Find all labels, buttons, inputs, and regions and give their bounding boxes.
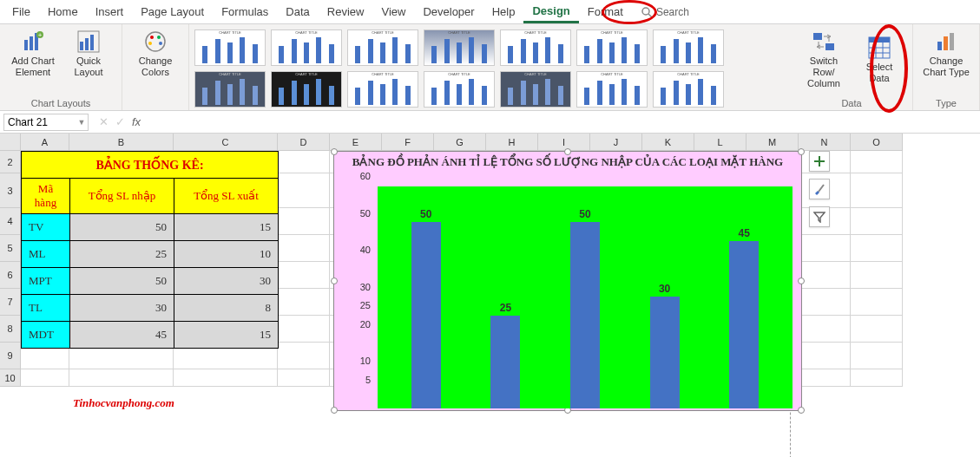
tab-formulas[interactable]: Formulas <box>213 2 277 22</box>
row-header-2[interactable]: 2 <box>0 151 21 173</box>
add-chart-element-button[interactable]: + Add Chart Element <box>7 28 59 80</box>
cell-O9[interactable] <box>851 343 903 369</box>
row-header-8[interactable]: 8 <box>0 316 21 343</box>
chart-style-1[interactable]: CHART TITLE <box>194 29 266 66</box>
tab-home[interactable]: Home <box>39 2 87 22</box>
col-header-H[interactable]: H <box>486 134 538 151</box>
chart-style-4[interactable]: CHART TITLE <box>424 29 495 66</box>
cell-N9[interactable] <box>799 343 851 369</box>
col-header-E[interactable]: E <box>330 134 382 151</box>
chart-bar-MPT[interactable]: 50 <box>568 208 602 408</box>
col-header-N[interactable]: N <box>799 134 851 151</box>
col-header-K[interactable]: K <box>642 134 694 151</box>
chart-bar-MDT[interactable]: 45 <box>727 227 761 409</box>
chart-style-3[interactable]: CHART TITLE <box>347 29 418 66</box>
select-data-button[interactable]: Select Data <box>853 28 905 92</box>
chart-styles-button[interactable] <box>809 179 830 199</box>
cell-D4[interactable] <box>278 208 330 235</box>
tab-review[interactable]: Review <box>319 2 373 22</box>
chart-bar[interactable] <box>490 316 520 409</box>
search[interactable]: Search <box>641 6 689 18</box>
col-header-F[interactable]: F <box>382 134 434 151</box>
row-header-5[interactable]: 5 <box>0 235 21 262</box>
switch-row-column-button[interactable]: Switch Row/ Column <box>798 28 850 92</box>
col-header-A[interactable]: A <box>21 134 69 151</box>
chart-bar[interactable] <box>729 241 759 409</box>
chart-title[interactable]: BẢNG ĐỒ PHẢN ÁNH TỈ LỆ TỔNG SỐ LƯỢNG NHẬ… <box>334 152 801 173</box>
chart-style-2[interactable]: CHART TITLE <box>271 29 342 66</box>
cell-A10[interactable] <box>21 369 69 387</box>
name-box[interactable]: ▼ <box>3 114 89 131</box>
cell-O8[interactable] <box>851 316 903 343</box>
chart-style-11[interactable]: CHART TITLE <box>424 71 495 108</box>
cell-O10[interactable] <box>851 369 903 387</box>
quick-layout-button[interactable]: Quick Layout <box>62 28 115 80</box>
chevron-down-icon[interactable]: ▼ <box>76 118 88 127</box>
tab-data[interactable]: Data <box>277 2 318 22</box>
change-colors-button[interactable]: Change Colors <box>129 28 181 80</box>
col-header-D[interactable]: D <box>278 134 330 151</box>
col-header-I[interactable]: I <box>538 134 590 151</box>
chart-filters-button[interactable] <box>809 206 830 227</box>
row-header-9[interactable]: 9 <box>0 343 21 369</box>
chart-style-12[interactable]: CHART TITLE <box>500 71 571 108</box>
chart-elements-button[interactable] <box>809 151 830 172</box>
row-header-4[interactable]: 4 <box>0 208 21 235</box>
chart-style-6[interactable]: CHART TITLE <box>576 29 648 66</box>
table-row[interactable]: ML2510 <box>22 241 279 268</box>
tab-help[interactable]: Help <box>483 2 524 22</box>
chart-bar-ML[interactable]: 25 <box>488 302 523 409</box>
cell-D6[interactable] <box>278 262 330 289</box>
tab-insert[interactable]: Insert <box>87 2 133 22</box>
tab-file[interactable]: File <box>3 2 39 22</box>
col-header-J[interactable]: J <box>590 134 642 151</box>
select-all-corner[interactable] <box>0 134 21 151</box>
chart-style-7[interactable]: CHART TITLE <box>653 29 724 66</box>
fx-icon[interactable]: fx <box>132 115 141 128</box>
cell-B10[interactable] <box>69 369 174 387</box>
chart-bar-TL[interactable]: 30 <box>648 283 682 408</box>
change-chart-type-button[interactable]: Change Chart Type <box>920 28 972 80</box>
chart-bar[interactable] <box>570 222 600 408</box>
cell-O5[interactable] <box>851 235 903 262</box>
tab-format[interactable]: Format <box>579 2 632 22</box>
cell-D2[interactable] <box>278 151 330 173</box>
col-header-M[interactable]: M <box>747 134 799 151</box>
cell-O4[interactable] <box>851 208 903 235</box>
row-header-10[interactable]: 10 <box>0 369 21 387</box>
name-box-input[interactable] <box>4 116 76 128</box>
table-row[interactable]: MDT4515 <box>22 322 279 349</box>
chart-bar[interactable] <box>411 222 441 408</box>
table-row[interactable]: MPT5030 <box>22 268 279 295</box>
cell-D9[interactable] <box>278 343 330 369</box>
cell-O7[interactable] <box>851 289 903 316</box>
cell-D7[interactable] <box>278 289 330 316</box>
chart-plot-area[interactable]: 5025503045 <box>378 186 793 408</box>
cell-D8[interactable] <box>278 316 330 343</box>
cell-N8[interactable] <box>799 316 851 343</box>
table-row[interactable]: TV5015 <box>22 214 279 241</box>
data-table[interactable]: BẢNG THỐNG KÊ: Mã hàng Tổng SL nhập Tổng… <box>21 151 279 349</box>
cell-N10[interactable] <box>799 369 851 387</box>
cell-O6[interactable] <box>851 262 903 289</box>
col-header-C[interactable]: C <box>174 134 278 151</box>
row-header-7[interactable]: 7 <box>0 289 21 316</box>
chart-style-13[interactable]: CHART TITLE <box>576 71 648 108</box>
cell-O2[interactable] <box>851 151 903 173</box>
cell-D3[interactable] <box>278 173 330 208</box>
chart-style-8[interactable]: CHART TITLE <box>194 71 266 108</box>
col-header-L[interactable]: L <box>694 134 747 151</box>
tab-developer[interactable]: Developer <box>414 2 483 22</box>
col-header-O[interactable]: O <box>851 134 903 151</box>
cell-O3[interactable] <box>851 173 903 208</box>
tab-view[interactable]: View <box>372 2 414 22</box>
col-header-G[interactable]: G <box>434 134 486 151</box>
row-header-3[interactable]: 3 <box>0 173 21 208</box>
col-header-B[interactable]: B <box>69 134 174 151</box>
chart-style-5[interactable]: CHART TITLE <box>500 29 571 66</box>
cell-D5[interactable] <box>278 235 330 262</box>
tab-design[interactable]: Design <box>523 1 578 23</box>
chart-bar-TV[interactable]: 50 <box>409 208 444 408</box>
cell-N5[interactable] <box>799 235 851 262</box>
tab-page-layout[interactable]: Page Layout <box>132 2 213 22</box>
